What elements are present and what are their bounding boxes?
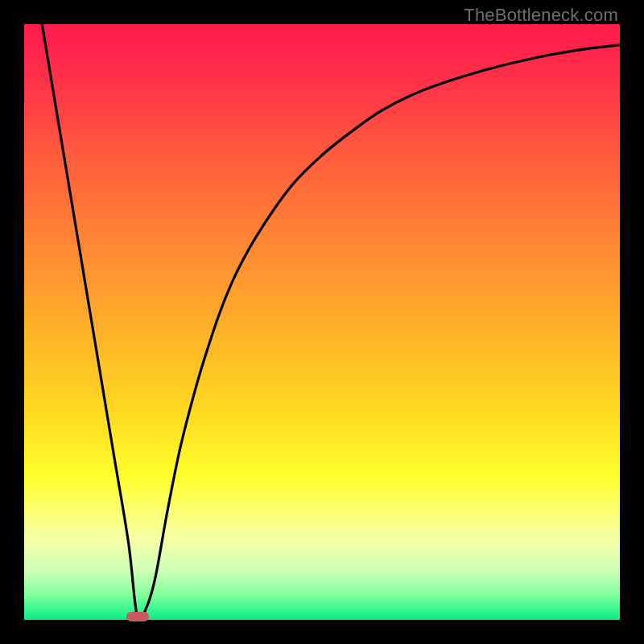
plot-area [24,24,620,620]
bottleneck-curve [24,24,620,620]
watermark-label: TheBottleneck.com [464,5,618,26]
minimum-marker [126,612,149,621]
curve-path [42,24,620,621]
chart-frame: TheBottleneck.com [0,0,644,644]
